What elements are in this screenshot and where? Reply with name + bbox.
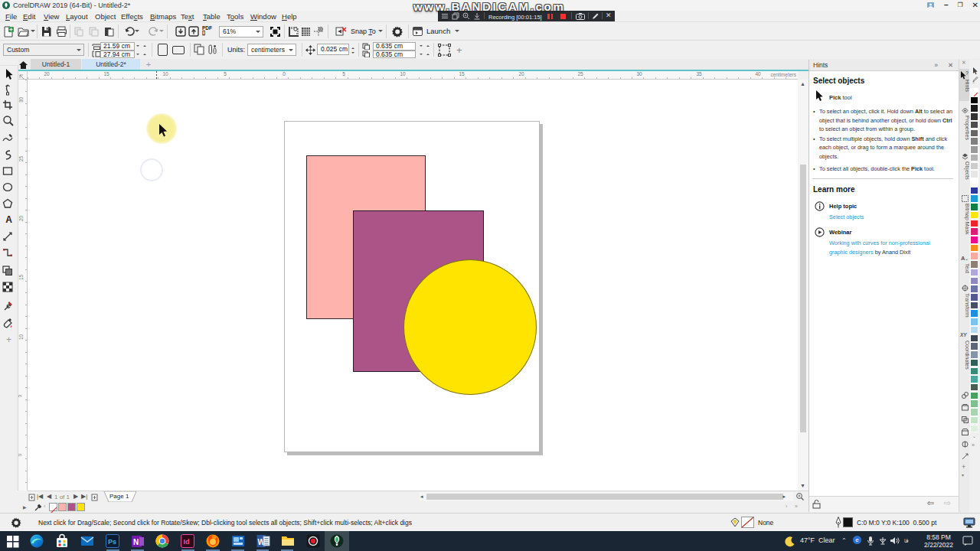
svg-text:Ps: Ps xyxy=(108,538,116,546)
svg-text:Id: Id xyxy=(184,538,190,546)
svg-text:N: N xyxy=(133,538,139,546)
